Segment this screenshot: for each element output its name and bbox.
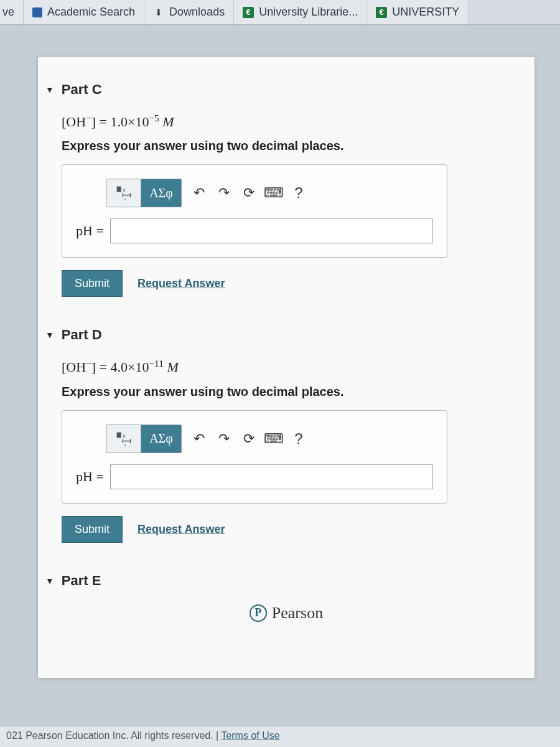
- part-d-toolbar: x √ ΑΣφ ↶ ↷ ⟳: [106, 425, 433, 453]
- undo-icon: ↶: [194, 431, 205, 447]
- part-e-header[interactable]: ▼ Part E: [45, 573, 511, 589]
- keyboard-button[interactable]: ⌨: [263, 179, 285, 207]
- browser-tabstrip: ve Academic Search ⬇ Downloads € Univers…: [0, 0, 560, 25]
- part-d-header[interactable]: ▼ Part D: [45, 327, 511, 343]
- tab-partial-left[interactable]: ve: [0, 0, 24, 25]
- reset-button[interactable]: ⟳: [238, 425, 260, 453]
- part-d-answer-box: x √ ΑΣφ ↶ ↷ ⟳: [62, 410, 447, 504]
- chevron-down-icon: ▼: [45, 330, 54, 340]
- undo-icon: ↶: [194, 185, 205, 201]
- part-c-input-row: pH =: [76, 218, 433, 243]
- chevron-down-icon: ▼: [45, 576, 54, 586]
- help-button[interactable]: ?: [287, 179, 310, 207]
- chevron-down-icon: ▼: [45, 85, 54, 95]
- svg-text:√: √: [124, 443, 126, 447]
- assignment-panel: ▼ Part C [OH−] = 1.0×10−5 M Express your…: [37, 56, 535, 679]
- favicon-generic-icon: [32, 7, 42, 17]
- reset-icon: ⟳: [243, 185, 254, 201]
- ph-input[interactable]: [110, 464, 433, 489]
- part-e-block: ▼ Part E: [62, 573, 511, 589]
- part-d-block: ▼ Part D [OH−] = 4.0×10−11 M Express you…: [62, 327, 511, 542]
- download-icon: ⬇: [153, 7, 164, 18]
- svg-rect-0: [116, 187, 121, 192]
- tab-university[interactable]: € UNIVERSITY: [367, 0, 469, 25]
- undo-button[interactable]: ↶: [188, 179, 210, 207]
- keyboard-button[interactable]: ⌨: [263, 425, 285, 453]
- ph-label: pH =: [76, 223, 104, 239]
- euro-favicon-icon: €: [243, 7, 254, 18]
- tab-label: Downloads: [169, 6, 225, 19]
- tab-downloads[interactable]: ⬇ Downloads: [144, 0, 234, 25]
- svg-text:x: x: [123, 187, 126, 194]
- part-c-toolbar: x √ ΑΣφ ↶ ↷ ⟳: [106, 179, 433, 207]
- svg-text:√: √: [124, 197, 126, 202]
- pearson-brand-text: Pearson: [272, 604, 323, 622]
- template-icon: x √: [115, 430, 133, 448]
- part-c-header[interactable]: ▼ Part C: [45, 82, 511, 98]
- svg-text:x: x: [123, 433, 126, 439]
- svg-rect-3: [116, 432, 121, 438]
- part-d-input-row: pH =: [76, 464, 433, 489]
- format-button-group: x √ ΑΣφ: [106, 179, 182, 207]
- ph-label: pH =: [76, 469, 104, 485]
- ph-input[interactable]: [110, 218, 433, 243]
- undo-button[interactable]: ↶: [188, 425, 210, 453]
- terms-of-use-link[interactable]: Terms of Use: [221, 730, 279, 741]
- tab-university-libraries[interactable]: € University Librarie...: [234, 0, 367, 25]
- help-button[interactable]: ?: [287, 425, 310, 453]
- greek-symbols-button[interactable]: ΑΣφ: [141, 179, 181, 207]
- request-answer-link[interactable]: Request Answer: [138, 523, 225, 536]
- redo-icon: ↷: [218, 185, 230, 201]
- tab-label: ve: [2, 6, 14, 19]
- reset-button[interactable]: ⟳: [238, 179, 260, 207]
- submit-button[interactable]: Submit: [62, 516, 123, 543]
- part-d-formula: [OH−] = 4.0×10−11 M: [62, 358, 511, 375]
- tab-label: UNIVERSITY: [392, 6, 459, 19]
- part-c-block: ▼ Part C [OH−] = 1.0×10−5 M Express your…: [62, 82, 511, 297]
- tab-academic-search[interactable]: Academic Search: [24, 0, 144, 25]
- part-c-answer-box: x √ ΑΣφ ↶ ↷ ⟳: [62, 164, 447, 258]
- tab-label: Academic Search: [47, 6, 135, 19]
- templates-button[interactable]: x √: [106, 425, 141, 453]
- part-d-submit-row: Submit Request Answer: [62, 516, 511, 543]
- part-c-instruction: Express your answer using two decimal pl…: [62, 139, 511, 153]
- part-d-instruction: Express your answer using two decimal pl…: [62, 385, 511, 399]
- page-content: ▼ Part C [OH−] = 1.0×10−5 M Express your…: [0, 25, 560, 679]
- request-answer-link[interactable]: Request Answer: [138, 277, 225, 290]
- submit-button[interactable]: Submit: [62, 270, 123, 297]
- keyboard-icon: ⌨: [264, 431, 284, 447]
- part-e-title: Part E: [62, 573, 101, 589]
- part-d-title: Part D: [62, 327, 102, 343]
- pearson-logo-icon: P: [250, 604, 267, 622]
- euro-favicon-icon: €: [376, 7, 387, 18]
- pearson-brand: P Pearson: [62, 604, 511, 622]
- template-icon: x √: [115, 184, 133, 202]
- tab-label: University Librarie...: [259, 6, 358, 19]
- part-c-formula: [OH−] = 1.0×10−5 M: [62, 113, 511, 130]
- greek-symbols-button[interactable]: ΑΣφ: [141, 425, 181, 453]
- part-c-submit-row: Submit Request Answer: [62, 270, 511, 297]
- reset-icon: ⟳: [243, 431, 254, 447]
- part-c-title: Part C: [62, 82, 102, 98]
- redo-button[interactable]: ↷: [213, 179, 235, 207]
- keyboard-icon: ⌨: [264, 185, 284, 201]
- format-button-group: x √ ΑΣφ: [106, 425, 182, 453]
- footer-strip: 021 Pearson Education Inc. All rights re…: [0, 726, 560, 747]
- templates-button[interactable]: x √: [106, 179, 141, 207]
- redo-icon: ↷: [218, 431, 230, 447]
- footer-copyright: 021 Pearson Education Inc. All rights re…: [6, 730, 221, 741]
- redo-button[interactable]: ↷: [213, 425, 235, 453]
